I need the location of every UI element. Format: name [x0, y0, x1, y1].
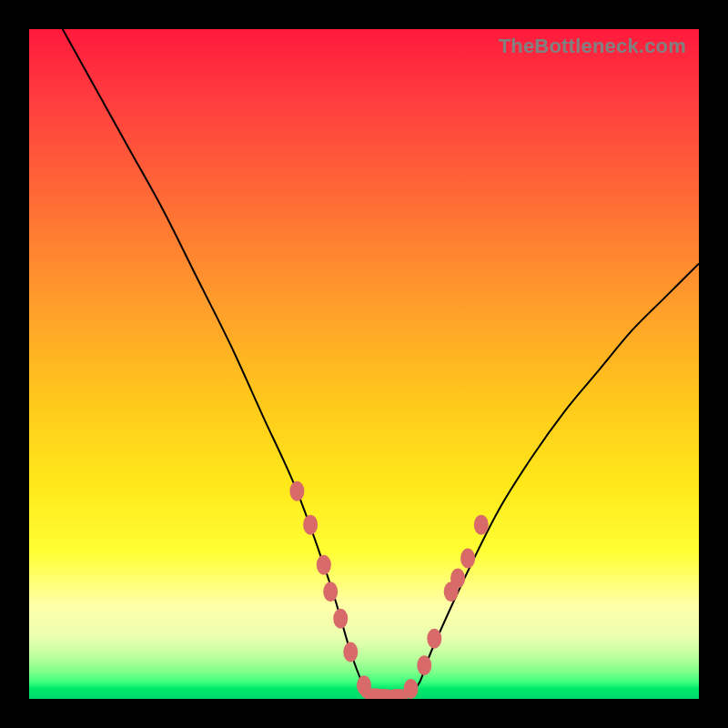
curve-marker	[460, 548, 475, 568]
curve-marker	[427, 629, 441, 649]
bottleneck-curve	[63, 29, 699, 697]
curve-marker	[450, 569, 465, 589]
curve-marker	[317, 555, 331, 575]
plot-area: TheBottleneck.com	[29, 29, 699, 699]
curve-marker	[343, 642, 358, 662]
curve-layer	[29, 29, 699, 699]
curve-marker	[323, 581, 338, 602]
curve-marker	[404, 679, 419, 699]
curve-marker	[333, 609, 348, 629]
curve-marker	[474, 515, 489, 535]
chart-frame: TheBottleneck.com	[0, 0, 728, 728]
curve-marker	[289, 481, 304, 501]
curve-marker	[417, 655, 431, 675]
curve-marker	[303, 515, 318, 535]
